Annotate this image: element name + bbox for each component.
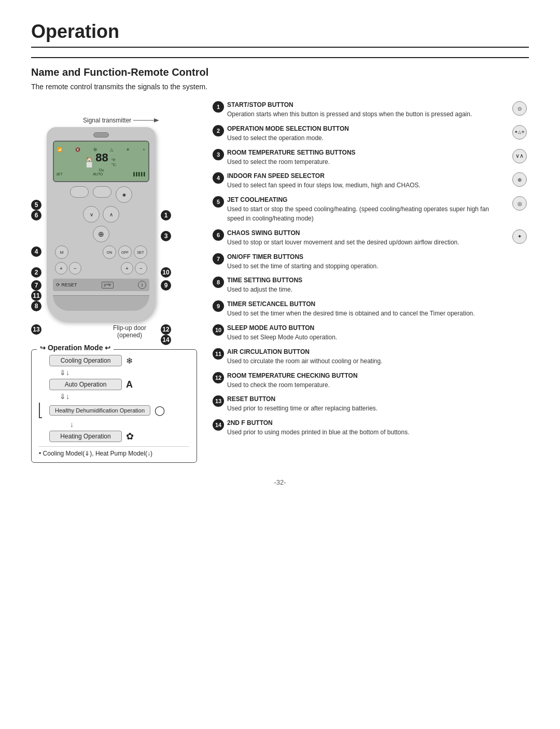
operation-mode-box: ↪ Operation Mode ↩ Cooling Operation ❄ ⇓… [31, 349, 197, 463]
callout-7: 7 ON/OFF TIMER BUTTONS Used to set the t… [213, 253, 529, 271]
dehumid-operation-btn: Healthy Dehumidification Operation [49, 405, 150, 416]
callout-11: 11 AIR CIRCULATION BUTTON Used to circul… [213, 348, 529, 366]
callout-5: 5 JET COOL/HEATING Used to start or stop… [213, 196, 529, 229]
callout-13: 13 RESET BUTTON Used prior to resetting … [213, 395, 529, 413]
callout-icon-2: ✦△☀ [510, 125, 529, 140]
pos-7: 7 [31, 280, 41, 291]
badge-12: 12 [213, 372, 224, 383]
subtitle: The remote control transmits the signals… [31, 82, 529, 91]
icon-temp-buttons: ∨∧ [512, 149, 527, 163]
callout-icon-3: ∨∧ [510, 149, 529, 163]
callout-9: 9 TIMER SET/CANCEL BUTTON Used to set th… [213, 300, 529, 318]
reset-label: ⟳ RESET [56, 282, 77, 287]
badge-9: 9 [213, 300, 224, 312]
btn-oval-2[interactable] [93, 186, 111, 198]
2nd-f-label: 2ⁿᵈF [102, 282, 114, 288]
badge-7: 7 [213, 253, 224, 265]
signal-transmitter-label: Signal transmitter [83, 117, 131, 124]
btn-set[interactable]: SET [134, 245, 147, 259]
op-mode-auto: Auto Operation A [39, 379, 189, 390]
badge-13: 13 [213, 395, 224, 407]
arrow-button-row: ∨ ∧ [53, 206, 149, 223]
callout-4: 4 INDOOR FAN SPEED SELECTOR Used to sele… [213, 172, 529, 196]
top-button-row: ◉ [53, 186, 149, 203]
operation-mode-title: ↪ Operation Mode ↩ [37, 343, 114, 352]
badge-5: 5 [213, 196, 224, 208]
callout-text-8: TIME SETTING BUTTONS Used to adjust the … [227, 277, 302, 294]
op-mode-dehumid: Healthy Dehumidification Operation ◯ [39, 403, 189, 418]
pos-5: 5 [31, 200, 41, 210]
right-column: 1 START/STOP BUTTON Operation starts whe… [213, 101, 529, 443]
callout-6: 6 CHAOS SWING BUTTON Used to stop or sta… [213, 229, 529, 253]
cooling-operation-btn: Cooling Operation [49, 355, 122, 366]
auto-arrow: ⇓↓ [60, 392, 189, 401]
callout-text-12: ROOM TEMPERATURE CHECKING BUTTON Used to… [227, 372, 358, 390]
cooling-arrow: ⇓↓ [60, 368, 189, 377]
left-column: Signal transmitter 📶🔇⚙△☀+ [31, 101, 197, 463]
btn-start-stop[interactable]: ◉ [116, 186, 132, 203]
section-title: Name and Function-Remote Control [31, 66, 529, 78]
pos-10: 10 [161, 267, 171, 278]
pos-12: 12 [161, 324, 171, 335]
pos-1: 1 [161, 210, 171, 221]
pos-6: 6 [31, 210, 41, 221]
auto-symbol: A [126, 379, 133, 390]
btn-down[interactable]: ∨ [83, 206, 100, 223]
icon-fan-speed: ⊕ [512, 172, 527, 187]
pos-11: 11 [31, 291, 41, 301]
badge-6: 6 [213, 229, 224, 241]
heating-operation-btn: Heating Operation [49, 431, 122, 442]
btn-oval-1[interactable] [70, 186, 89, 198]
pos-8: 8 [31, 301, 41, 311]
callout-2: 2 OPERATION MODE SELECTION BUTTON Used t… [213, 125, 529, 149]
callout-8: 8 TIME SETTING BUTTONS Used to adjust th… [213, 277, 529, 294]
auto-operation-btn: Auto Operation [49, 379, 122, 390]
btn-timer-on[interactable]: ON [103, 245, 116, 259]
i-button[interactable]: i [138, 281, 146, 289]
dehumid-symbol: ◯ [155, 405, 165, 416]
callout-text-2: OPERATION MODE SELECTION BUTTON Used to … [227, 125, 349, 143]
callout-icon-4: ⊕ [510, 172, 529, 187]
callout-text-7: ON/OFF TIMER BUTTONS Used to set the tim… [227, 253, 379, 271]
badge-10: 10 [213, 324, 224, 336]
mode-button-row: M ON OFF SET [53, 245, 149, 259]
svg-marker-1 [154, 118, 159, 122]
btn-time-minus2[interactable]: − [135, 262, 147, 274]
badge-8: 8 [213, 277, 224, 288]
btn-time-plus[interactable]: + [55, 262, 67, 274]
op-mode-cooling: Cooling Operation ❄ [39, 355, 189, 366]
btn-up[interactable]: ∧ [103, 206, 119, 223]
page-number: -32- [31, 478, 529, 486]
pos-2: 2 [31, 267, 41, 278]
callout-12: 12 ROOM TEMPERATURE CHECKING BUTTON Used… [213, 372, 529, 390]
operation-mode-note: • Cooling Model(⇓), Heat Pump Model(↓) [39, 446, 189, 457]
btn-time-plus2[interactable]: + [121, 262, 133, 274]
callout-10: 10 SLEEP MODE AUTO BUTTON Used to set Sl… [213, 324, 529, 342]
callout-icon-6: ✦ [510, 229, 529, 244]
pos-9: 9 [161, 280, 171, 291]
flip-up-door-label: Flip-up door(opened) [62, 324, 197, 339]
callout-3: 3 ROOM TEMPERATURE SETTING BUTTONS Used … [213, 149, 529, 173]
pos-3: 3 [161, 231, 171, 241]
callout-text-9: TIMER SET/CANCEL BUTTON Used to set the … [227, 300, 475, 318]
btn-time-minus[interactable]: − [69, 262, 81, 274]
badge-4: 4 [213, 172, 224, 184]
badge-14: 14 [213, 419, 224, 431]
callout-icon-5: ◎ [510, 196, 529, 211]
icon-op-mode: ✦△☀ [512, 125, 527, 140]
dehumid-arrow: ↓ [70, 420, 189, 429]
heating-symbol: ✿ [126, 431, 134, 442]
callout-text-11: AIR CIRCULATION BUTTON Used to circulate… [227, 348, 383, 366]
badge-1: 1 [213, 101, 224, 113]
op-mode-heating: Heating Operation ✿ [39, 431, 189, 442]
pos-4: 4 [31, 246, 41, 257]
icon-start-stop: ⊙ [512, 101, 527, 116]
callout-icon-1: ⊙ [510, 101, 529, 116]
btn-mode[interactable]: M [55, 245, 68, 259]
btn-timer-off[interactable]: OFF [118, 245, 132, 259]
btn-fan-speed[interactable]: ⊕ [93, 226, 109, 242]
remote-diagram: Signal transmitter 📶🔇⚙△☀+ [31, 101, 197, 339]
callout-text-14: 2nd F Button Used prior to using modes p… [227, 419, 410, 437]
badge-11: 11 [213, 348, 224, 360]
badge-3: 3 [213, 149, 224, 160]
